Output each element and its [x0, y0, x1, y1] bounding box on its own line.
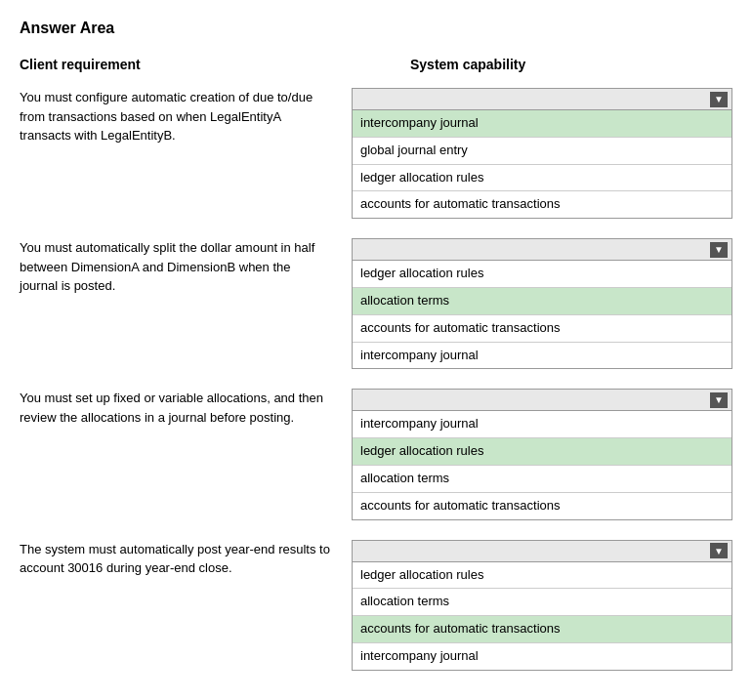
- dropdown-item-3-2[interactable]: accounts for automatic transactions: [353, 616, 731, 643]
- dropdown-item-2-3[interactable]: accounts for automatic transactions: [353, 493, 731, 519]
- dropdown-arrow-2[interactable]: ▼: [710, 392, 728, 408]
- dropdown-item-2-2[interactable]: allocation terms: [353, 466, 731, 493]
- dropdown-item-3-1[interactable]: allocation terms: [353, 589, 731, 616]
- dropdown-box-3: ▼ledger allocation rulesallocation terms…: [352, 540, 732, 671]
- dropdown-container-2: ▼intercompany journalledger allocation r…: [352, 389, 732, 519]
- dropdown-item-0-3[interactable]: accounts for automatic transactions: [353, 191, 731, 218]
- dropdown-box-1: ▼ledger allocation rulesallocation terms…: [352, 238, 732, 369]
- dropdown-arrow-3[interactable]: ▼: [710, 543, 728, 558]
- row-row3: You must set up fixed or variable alloca…: [20, 389, 732, 519]
- dropdown-container-0: ▼intercompany journalglobal journal entr…: [352, 88, 732, 219]
- dropdown-item-1-1[interactable]: allocation terms: [353, 288, 731, 315]
- dropdown-item-0-0[interactable]: intercompany journal: [353, 110, 731, 138]
- page-title: Answer Area: [20, 20, 732, 37]
- requirement-text-0: You must configure automatic creation of…: [20, 88, 352, 145]
- dropdown-item-2-1[interactable]: ledger allocation rules: [353, 438, 731, 466]
- dropdown-arrow-1[interactable]: ▼: [710, 242, 728, 258]
- dropdown-item-1-2[interactable]: accounts for automatic transactions: [353, 315, 731, 343]
- dropdown-arrow-0[interactable]: ▼: [710, 92, 728, 107]
- rows-container: You must configure automatic creation of…: [20, 88, 732, 671]
- row-row4: The system must automatically post year-…: [20, 540, 732, 671]
- column-headers: Client requirement System capability: [20, 57, 732, 72]
- dropdown-container-3: ▼ledger allocation rulesallocation terms…: [352, 540, 732, 671]
- requirement-text-2: You must set up fixed or variable alloca…: [20, 389, 352, 427]
- dropdown-header-1: ▼: [353, 239, 731, 261]
- answer-area: Client requirement System capability You…: [20, 57, 732, 671]
- requirement-text-3: The system must automatically post year-…: [20, 540, 352, 578]
- system-capability-header: System capability: [352, 57, 732, 72]
- dropdown-item-0-2[interactable]: ledger allocation rules: [353, 165, 731, 192]
- dropdown-header-3: ▼: [353, 541, 731, 562]
- dropdown-box-0: ▼intercompany journalglobal journal entr…: [352, 88, 732, 219]
- dropdown-item-3-0[interactable]: ledger allocation rules: [353, 562, 731, 590]
- dropdown-item-0-1[interactable]: global journal entry: [353, 138, 731, 165]
- row-row1: You must configure automatic creation of…: [20, 88, 732, 219]
- client-requirement-header: Client requirement: [20, 57, 352, 72]
- row-row2: You must automatically split the dollar …: [20, 238, 732, 369]
- dropdown-container-1: ▼ledger allocation rulesallocation terms…: [352, 238, 732, 369]
- dropdown-item-1-3[interactable]: intercompany journal: [353, 343, 731, 369]
- dropdown-header-2: ▼: [353, 390, 731, 411]
- dropdown-item-1-0[interactable]: ledger allocation rules: [353, 261, 731, 288]
- dropdown-item-2-0[interactable]: intercompany journal: [353, 411, 731, 438]
- requirement-text-1: You must automatically split the dollar …: [20, 238, 352, 296]
- dropdown-box-2: ▼intercompany journalledger allocation r…: [352, 389, 732, 519]
- dropdown-item-3-3[interactable]: intercompany journal: [353, 643, 731, 670]
- dropdown-header-0: ▼: [353, 89, 731, 110]
